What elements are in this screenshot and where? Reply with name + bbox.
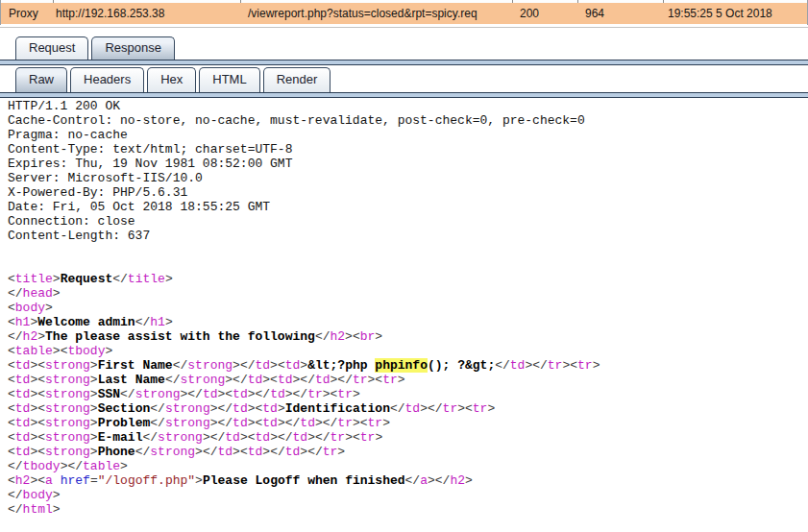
raw-response-viewer[interactable]: HTTP/1.1 200 OKCache-Control: no-store, … [8, 99, 808, 517]
code-segment: tr [368, 416, 383, 430]
code-segment: a [45, 473, 53, 488]
code-segment: tr [548, 358, 563, 373]
tab-raw[interactable]: Raw [15, 67, 67, 92]
code-segment: > [278, 401, 285, 416]
history-col-host: http://192.168.253.38 [56, 3, 164, 24]
code-segment: > [353, 387, 360, 401]
code-segment: >< [30, 387, 45, 401]
tab-headers[interactable]: Headers [70, 67, 144, 92]
code-segment: td [262, 416, 278, 430]
code-segment: tr [307, 387, 323, 401]
code-segment: tbody [23, 459, 61, 473]
code-segment: </ [8, 329, 23, 344]
code-segment: >< [30, 445, 45, 459]
code-segment: First Name [98, 358, 173, 373]
code-segment: tr [360, 430, 376, 445]
code-segment: td [293, 430, 308, 445]
code-segment: tr [382, 373, 398, 387]
code-segment: > [120, 459, 128, 473]
tab-hex[interactable]: Hex [147, 67, 196, 92]
history-col-tool: Proxy [9, 3, 38, 24]
code-segment: Last Name [98, 373, 165, 387]
code-segment: td [285, 358, 301, 373]
code-segment: td [218, 445, 233, 459]
code-segment: > [37, 329, 45, 344]
code-segment: ></ [293, 373, 315, 387]
response-header-line: Expires: Thu, 19 Nov 1981 08:52:00 GMT [8, 157, 808, 171]
code-segment: ></ [210, 401, 233, 416]
code-segment: </ [135, 445, 151, 459]
code-segment: </ [390, 401, 405, 416]
code-segment: td [405, 401, 421, 416]
code-segment: </ [112, 272, 128, 286]
code-segment: ></ [248, 387, 270, 401]
code-segment: ></ [315, 416, 337, 430]
code-segment: >< [53, 344, 68, 358]
code-segment: strong [45, 430, 90, 445]
code-segment: >< [353, 416, 368, 430]
response-body-line: <td><strong>Section</strong></td><td>Ide… [8, 401, 808, 416]
code-segment: > [195, 473, 203, 488]
code-segment: Phone [98, 445, 135, 459]
response-header-line: Server: Microsoft-IIS/10.0 [8, 171, 808, 185]
code-segment: ></ [61, 459, 83, 473]
code-segment: >< [30, 373, 45, 387]
code-segment: > [90, 373, 98, 387]
code-segment: > [375, 329, 382, 344]
code-segment: </ [142, 430, 158, 445]
code-segment: strong [135, 387, 181, 401]
code-segment: ></ [278, 416, 300, 430]
code-segment: >< [562, 358, 577, 373]
tab-response[interactable]: Response [91, 36, 175, 60]
code-segment: </ [495, 358, 510, 373]
response-header-line: Date: Fri, 05 Oct 2018 18:55:25 GMT [8, 200, 808, 214]
response-body-line: <h2><a href="/logoff.php">Please Logoff … [8, 473, 808, 488]
code-segment: Please Logoff when finished [203, 473, 405, 488]
tab-render[interactable]: Render [263, 67, 331, 92]
code-segment: < [8, 387, 15, 401]
code-segment: ></ [210, 416, 233, 430]
code-segment: h1 [15, 315, 31, 329]
code-segment: >< [240, 430, 256, 445]
code-segment: h2 [331, 329, 346, 344]
code-segment: ></ [195, 445, 217, 459]
code-segment: table [15, 344, 53, 358]
code-segment: > [45, 301, 53, 315]
code-segment: ></ [262, 445, 284, 459]
code-segment: The please assist with the following [45, 329, 315, 344]
code-segment: td [285, 445, 301, 459]
code-segment: tr [331, 430, 346, 445]
response-body-line: <td><strong>Problem</strong></td><td></t… [8, 416, 808, 430]
code-segment: ></ [420, 401, 442, 416]
code-segment: < [8, 430, 15, 445]
code-segment: Identification [285, 401, 390, 416]
code-segment: ></ [270, 430, 292, 445]
code-segment: (); ?&gt; [428, 358, 495, 373]
code-segment: td [15, 401, 31, 416]
code-segment: </ [8, 286, 23, 301]
tab-request[interactable]: Request [15, 36, 88, 60]
code-segment: < [8, 445, 15, 459]
tab-html[interactable]: HTML [199, 67, 259, 92]
code-segment: td [256, 358, 271, 373]
code-segment: > [165, 272, 173, 286]
code-segment: </ [315, 329, 331, 344]
response-body-line: <td><strong>Last Name</strong></td><td><… [8, 373, 808, 387]
code-segment: >< [248, 416, 263, 430]
code-segment: ></ [180, 387, 202, 401]
panel-divider [0, 27, 808, 28]
code-segment: Problem [98, 416, 151, 430]
code-segment: < [8, 344, 15, 358]
code-segment: >< [218, 387, 233, 401]
code-segment: td [300, 416, 315, 430]
history-row-selected[interactable]: Proxy http://192.168.253.38 /viewreport.… [1, 3, 807, 24]
code-segment: h2 [15, 473, 31, 488]
code-segment: ></ [307, 430, 330, 445]
code-segment: tr [323, 445, 338, 459]
response-body-line: <h1>Welcome admin</h1> [8, 315, 808, 329]
code-segment: < [8, 301, 15, 315]
code-segment: > [90, 430, 98, 445]
response-body-line: </tbody></table> [8, 459, 808, 473]
code-segment: >< [270, 358, 285, 373]
code-segment: > [53, 272, 61, 286]
